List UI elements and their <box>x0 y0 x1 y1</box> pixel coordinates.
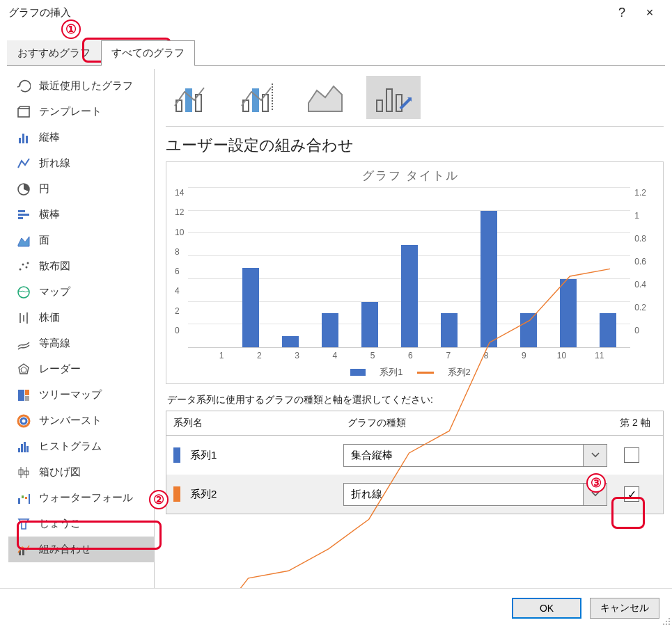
section-title: ユーザー設定の組み合わせ <box>166 135 664 156</box>
sidebar-item-column[interactable]: 縦棒 <box>8 125 154 150</box>
dialog-footer: OK キャンセル <box>0 588 672 627</box>
sidebar-item-label: 株価 <box>39 311 60 324</box>
tab-recommended[interactable]: おすすめグラフ <box>7 40 101 66</box>
radar-icon <box>15 363 32 376</box>
sidebar-item-combo[interactable]: 組み合わせ <box>8 537 154 562</box>
sidebar-item-label: サンバースト <box>39 414 102 427</box>
resize-grip[interactable] <box>661 616 671 626</box>
svg-rect-38 <box>186 89 192 111</box>
chart-title: グラフ タイトル <box>175 168 646 184</box>
histogram-icon <box>15 440 32 454</box>
sidebar-item-label: じょうご <box>39 517 81 530</box>
svg-point-50 <box>669 618 670 619</box>
sidebar-item-label: ツリーマップ <box>39 388 102 402</box>
series-color-swatch <box>173 486 180 502</box>
svg-rect-33 <box>25 497 27 499</box>
svg-point-11 <box>27 262 29 264</box>
sidebar-item-label: ヒストグラム <box>39 440 102 453</box>
svg-point-53 <box>663 624 664 625</box>
sidebar-item-stock[interactable]: 株価 <box>8 305 154 331</box>
svg-marker-17 <box>21 367 26 372</box>
sidebar-item-bar[interactable]: 横棒 <box>8 202 154 228</box>
sidebar-item-pie[interactable]: 円 <box>8 176 154 202</box>
combo-subtype-custom[interactable] <box>366 76 421 119</box>
area-icon <box>15 234 32 248</box>
svg-rect-3 <box>26 136 28 143</box>
svg-point-54 <box>666 624 667 625</box>
y-axis-right: 1.210.80.60.40.20 <box>630 188 646 348</box>
template-icon <box>15 105 32 119</box>
sidebar-item-surface[interactable]: 等高線 <box>8 331 154 356</box>
sidebar-item-label: 円 <box>39 182 49 196</box>
sidebar-item-histogram[interactable]: ヒストグラム <box>8 434 154 459</box>
waterfall-icon <box>15 491 32 505</box>
tab-strip: おすすめグラフ すべてのグラフ <box>0 40 672 66</box>
combo-subtype-2[interactable] <box>233 76 287 119</box>
svg-rect-18 <box>18 390 24 401</box>
pie-icon <box>15 182 32 196</box>
svg-rect-23 <box>18 448 20 452</box>
close-button[interactable]: × <box>636 6 664 20</box>
sidebar-item-label: 面 <box>39 234 49 247</box>
svg-rect-20 <box>25 396 29 401</box>
column-icon <box>15 131 32 145</box>
svg-rect-48 <box>386 89 392 111</box>
svg-rect-7 <box>18 217 23 219</box>
help-button[interactable]: ? <box>608 6 636 20</box>
sidebar-item-recent[interactable]: 最近使用したグラフ <box>8 73 154 99</box>
funnel-icon <box>15 517 32 531</box>
svg-rect-25 <box>24 442 26 452</box>
sidebar-item-radar[interactable]: レーダー <box>8 356 154 382</box>
chart-type-sidebar: 最近使用したグラフテンプレート縦棒折れ線円横棒面散布図マップ株価等高線レーダーツ… <box>8 69 155 609</box>
window-title: グラフの挿入 <box>8 6 608 19</box>
sidebar-item-label: 横棒 <box>39 208 60 221</box>
sidebar-item-treemap[interactable]: ツリーマップ <box>8 382 154 408</box>
sidebar-item-line[interactable]: 折れ線 <box>8 150 154 176</box>
sidebar-item-label: 最近使用したグラフ <box>39 79 133 93</box>
tab-all-charts[interactable]: すべてのグラフ <box>101 40 195 66</box>
sidebar-item-area[interactable]: 面 <box>8 228 154 253</box>
svg-point-9 <box>22 263 24 265</box>
svg-rect-26 <box>26 446 29 452</box>
surface-icon <box>15 337 32 351</box>
combo-subtype-row <box>166 73 664 127</box>
sidebar-item-label: 散布図 <box>39 260 70 273</box>
svg-rect-41 <box>253 89 258 111</box>
svg-rect-5 <box>18 210 25 212</box>
svg-rect-32 <box>22 495 24 498</box>
sidebar-item-sunburst[interactable]: サンバースト <box>8 408 154 434</box>
svg-rect-2 <box>22 134 24 143</box>
svg-rect-34 <box>29 494 30 504</box>
sidebar-item-waterfall[interactable]: ウォーターフォール <box>8 485 154 511</box>
combo-subtype-1[interactable] <box>166 76 220 119</box>
svg-point-55 <box>669 624 670 625</box>
svg-point-8 <box>19 268 22 270</box>
svg-point-51 <box>666 621 667 622</box>
svg-rect-47 <box>377 100 382 111</box>
sidebar-item-label: マップ <box>39 285 70 299</box>
svg-rect-6 <box>18 214 29 216</box>
sidebar-item-boxwhisker[interactable]: 箱ひげ図 <box>8 459 154 485</box>
sidebar-item-funnel[interactable]: じょうご <box>8 511 154 537</box>
svg-point-22 <box>21 418 26 424</box>
plot-area <box>188 188 630 348</box>
svg-point-12 <box>18 287 29 298</box>
sidebar-item-label: 組み合わせ <box>39 543 91 556</box>
svg-point-21 <box>18 415 29 427</box>
combo-subtype-3[interactable] <box>299 76 354 119</box>
bar-icon <box>15 208 32 222</box>
sidebar-item-scatter[interactable]: 散布図 <box>8 253 154 279</box>
sidebar-item-label: 縦棒 <box>39 131 60 144</box>
recent-icon <box>15 79 32 93</box>
svg-rect-19 <box>25 390 29 395</box>
map-icon <box>15 285 32 299</box>
sidebar-item-template[interactable]: テンプレート <box>8 99 154 125</box>
ok-button[interactable]: OK <box>512 598 581 619</box>
series-color-swatch <box>173 447 180 463</box>
cancel-button[interactable]: キャンセル <box>590 598 659 619</box>
sidebar-item-map[interactable]: マップ <box>8 279 154 305</box>
sidebar-item-label: 折れ線 <box>39 157 70 170</box>
stock-icon <box>15 311 32 325</box>
svg-rect-31 <box>18 498 20 504</box>
svg-point-52 <box>669 621 670 622</box>
